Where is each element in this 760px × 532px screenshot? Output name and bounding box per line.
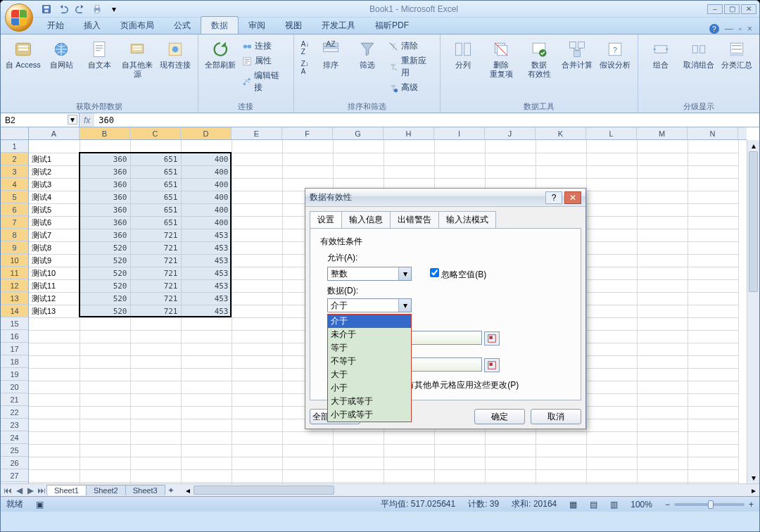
column-header[interactable]: B bbox=[80, 127, 130, 139]
cell[interactable] bbox=[130, 330, 181, 343]
tab-review[interactable]: 审阅 bbox=[239, 17, 275, 34]
cell[interactable] bbox=[637, 216, 688, 229]
close-button[interactable]: ✕ bbox=[741, 4, 756, 14]
cell[interactable] bbox=[130, 419, 181, 431]
cell[interactable] bbox=[80, 343, 130, 355]
cell[interactable] bbox=[80, 368, 130, 381]
cell[interactable] bbox=[130, 444, 181, 457]
cell[interactable] bbox=[485, 469, 536, 482]
cell[interactable]: 651 bbox=[130, 216, 181, 229]
cell[interactable] bbox=[637, 444, 688, 457]
cell[interactable] bbox=[688, 431, 738, 444]
row-header[interactable]: 2 bbox=[1, 153, 28, 165]
ignore-blank-checkbox[interactable]: 忽略空值(B) bbox=[423, 268, 486, 281]
cell[interactable]: 651 bbox=[130, 165, 181, 178]
cell[interactable] bbox=[80, 469, 130, 482]
cell[interactable] bbox=[688, 140, 738, 153]
cell[interactable] bbox=[586, 178, 637, 191]
cell[interactable] bbox=[637, 469, 688, 482]
cell[interactable] bbox=[384, 153, 434, 165]
column-header[interactable]: D bbox=[181, 127, 232, 139]
cell[interactable] bbox=[434, 431, 485, 444]
row-header[interactable]: 16 bbox=[1, 330, 28, 343]
chevron-down-icon[interactable]: ▾ bbox=[398, 267, 411, 280]
data-option[interactable]: 小于 bbox=[328, 381, 411, 395]
restore-button[interactable]: ▢ bbox=[724, 4, 740, 14]
cell[interactable]: 400 bbox=[181, 165, 232, 178]
row-header[interactable]: 24 bbox=[1, 431, 28, 444]
cell[interactable]: 520 bbox=[80, 292, 130, 305]
column-header[interactable]: H bbox=[384, 127, 434, 139]
cell[interactable]: 测试10 bbox=[29, 267, 80, 279]
cell[interactable] bbox=[333, 153, 384, 165]
cell[interactable] bbox=[29, 431, 80, 444]
cell[interactable] bbox=[688, 355, 738, 368]
cell[interactable] bbox=[485, 457, 536, 469]
cell[interactable] bbox=[181, 457, 232, 469]
row-header[interactable]: 1 bbox=[1, 140, 28, 153]
sheet-nav-first-icon[interactable]: ⏮ bbox=[2, 485, 13, 496]
group-button[interactable]: 组合 bbox=[642, 37, 679, 70]
row-header[interactable]: 15 bbox=[1, 317, 28, 330]
cell[interactable] bbox=[130, 431, 181, 444]
cell[interactable] bbox=[282, 165, 333, 178]
cell[interactable] bbox=[232, 355, 282, 368]
filter-button[interactable]: 筛选 bbox=[350, 37, 385, 70]
cell[interactable] bbox=[688, 444, 738, 457]
cell[interactable]: 测试6 bbox=[29, 216, 80, 229]
minimize-button[interactable]: – bbox=[707, 4, 723, 14]
cell[interactable] bbox=[586, 216, 637, 229]
cell[interactable] bbox=[232, 229, 282, 241]
view-normal-icon[interactable]: ▦ bbox=[569, 500, 577, 509]
cell[interactable] bbox=[232, 216, 282, 229]
cell[interactable]: 721 bbox=[130, 241, 181, 254]
cell[interactable] bbox=[586, 431, 637, 444]
cell[interactable] bbox=[434, 140, 485, 153]
tab-home[interactable]: 开始 bbox=[37, 17, 74, 34]
column-header[interactable]: M bbox=[637, 127, 688, 139]
cell[interactable] bbox=[536, 469, 586, 482]
sort-desc-button[interactable]: Z↓A bbox=[298, 59, 312, 76]
cell[interactable] bbox=[29, 469, 80, 482]
row-header[interactable]: 8 bbox=[1, 229, 28, 241]
edit-links-button[interactable]: 编辑链接 bbox=[239, 69, 289, 94]
cell[interactable] bbox=[586, 368, 637, 381]
row-header[interactable]: 23 bbox=[1, 419, 28, 431]
help-icon[interactable]: ? bbox=[709, 24, 719, 34]
sheet-nav-last-icon[interactable]: ⏭ bbox=[36, 485, 47, 496]
cell[interactable] bbox=[29, 419, 80, 431]
column-header[interactable]: J bbox=[485, 127, 536, 139]
tab-data[interactable]: 数据 bbox=[201, 16, 239, 34]
dialog-close-button[interactable]: ✕ bbox=[564, 191, 581, 204]
cell[interactable] bbox=[637, 381, 688, 393]
row-header[interactable]: 6 bbox=[1, 203, 28, 216]
sheet-tab[interactable]: Sheet1 bbox=[46, 485, 87, 495]
tab-page-layout[interactable]: 页面布局 bbox=[110, 17, 164, 34]
cell[interactable] bbox=[232, 393, 282, 406]
cell[interactable] bbox=[586, 279, 637, 292]
cell[interactable] bbox=[29, 444, 80, 457]
column-header[interactable]: F bbox=[282, 127, 333, 139]
name-box[interactable]: B2▾ bbox=[1, 113, 80, 127]
dialog-tab-ime-mode[interactable]: 输入法模式 bbox=[438, 211, 496, 228]
properties-button[interactable]: 属性 bbox=[239, 54, 289, 68]
cell[interactable]: 453 bbox=[181, 254, 232, 267]
cell[interactable] bbox=[232, 457, 282, 469]
cancel-button[interactable]: 取消 bbox=[531, 409, 581, 424]
cell[interactable] bbox=[181, 406, 232, 419]
data-validation-button[interactable]: 数据 有效性 bbox=[521, 37, 557, 79]
cell[interactable] bbox=[80, 355, 130, 368]
cell[interactable]: 400 bbox=[181, 191, 232, 203]
cell[interactable] bbox=[333, 165, 384, 178]
cell[interactable] bbox=[688, 419, 738, 431]
cell[interactable] bbox=[282, 153, 333, 165]
cell[interactable] bbox=[688, 330, 738, 343]
subtotal-button[interactable]: 分类汇总 bbox=[718, 37, 755, 70]
cell[interactable]: 360 bbox=[80, 165, 130, 178]
cell[interactable] bbox=[688, 279, 738, 292]
cell[interactable] bbox=[232, 406, 282, 419]
cell[interactable] bbox=[586, 355, 637, 368]
cell[interactable] bbox=[688, 165, 738, 178]
cell[interactable]: 520 bbox=[80, 241, 130, 254]
dialog-title-bar[interactable]: 数据有效性 ? ✕ bbox=[305, 189, 585, 207]
